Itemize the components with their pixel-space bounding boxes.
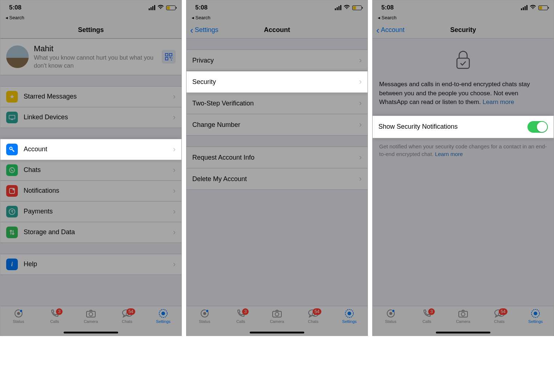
tab-settings[interactable]: Settings	[517, 308, 554, 336]
learn-more-link[interactable]: Learn more	[435, 151, 463, 157]
cellular-icon	[335, 5, 341, 10]
chevron-right-icon: ›	[359, 153, 362, 162]
security-description: Messages and calls in end-to-end encrypt…	[373, 77, 554, 116]
toggle-switch-on[interactable]	[527, 121, 548, 133]
screen-security: 5:08 ◂ Search ‹ Account Security Message…	[372, 0, 554, 336]
calls-badge: 3	[428, 308, 435, 315]
storage-icon	[6, 227, 18, 238]
row-privacy[interactable]: Privacy ›	[186, 49, 368, 71]
chevron-right-icon: ›	[173, 228, 176, 237]
row-change-number[interactable]: Change Number ›	[186, 114, 368, 136]
profile-row[interactable]: Mahit What you know cannot hurt you but …	[0, 39, 181, 75]
tab-status[interactable]: Status	[0, 308, 37, 336]
row-storage[interactable]: Storage and Data ›	[0, 222, 181, 243]
status-time: 5:08	[9, 4, 21, 11]
learn-more-link[interactable]: Learn more	[482, 99, 514, 105]
svg-point-20	[203, 312, 206, 315]
tab-status[interactable]: Status	[186, 308, 223, 336]
row-delete-account[interactable]: Delete My Account ›	[186, 168, 368, 190]
status-bar: 5:08	[0, 0, 181, 15]
status-bar: 5:08	[373, 0, 554, 15]
tab-bar: Status 3Calls Camera 54Chats Settings	[186, 306, 368, 336]
row-notifications[interactable]: Notifications ›	[0, 181, 181, 201]
calls-badge: 3	[56, 308, 63, 315]
home-indicator[interactable]	[250, 332, 304, 333]
svg-rect-28	[457, 58, 469, 68]
tab-settings[interactable]: Settings	[331, 308, 368, 336]
wifi-icon	[530, 4, 536, 11]
tab-settings[interactable]: Settings	[145, 308, 181, 336]
row-show-security-notifications[interactable]: Show Security Notifications	[373, 116, 554, 138]
home-indicator[interactable]	[436, 332, 490, 333]
svg-rect-1	[169, 53, 172, 56]
svg-point-5	[9, 168, 15, 173]
svg-point-18	[161, 312, 165, 315]
whatsapp-icon	[6, 164, 18, 176]
settings-icon	[158, 308, 168, 319]
info-icon: i	[6, 259, 18, 270]
battery-icon	[166, 5, 176, 10]
row-linked-devices[interactable]: Linked Devices ›	[0, 107, 181, 128]
qr-code-button[interactable]	[162, 50, 176, 64]
row-security[interactable]: Security ›	[186, 71, 368, 93]
chevron-right-icon: ›	[359, 120, 362, 129]
content: Messages and calls in end-to-end encrypt…	[373, 39, 554, 306]
tab-status[interactable]: Status	[373, 308, 409, 336]
row-help[interactable]: i Help ›	[0, 254, 181, 275]
page-title: Account	[186, 26, 368, 34]
row-payments[interactable]: ₹ Payments ›	[0, 201, 181, 222]
wifi-icon	[344, 4, 350, 11]
camera-icon	[458, 308, 468, 319]
row-request-info[interactable]: Request Account Info ›	[186, 147, 368, 168]
calls-badge: 3	[242, 308, 249, 315]
wifi-icon	[157, 4, 164, 11]
svg-point-11	[17, 312, 20, 315]
back-to-search[interactable]: ◂ Search	[0, 15, 181, 22]
svg-point-30	[389, 312, 392, 315]
settings-icon	[345, 308, 354, 319]
back-to-search[interactable]: ◂ Search	[186, 15, 368, 22]
status-icons	[521, 4, 548, 11]
chevron-right-icon: ›	[359, 77, 362, 87]
chevron-right-icon: ›	[173, 186, 176, 196]
status-icons	[335, 4, 362, 11]
status-bar: 5:08	[186, 0, 368, 15]
profile-status: What you know cannot hurt you but what y…	[34, 53, 157, 70]
cellular-icon	[521, 5, 527, 10]
screen-account: 5:08 ◂ Search ‹ Settings Account Privacy…	[186, 0, 368, 336]
row-chats[interactable]: Chats ›	[0, 160, 181, 181]
row-account[interactable]: Account ›	[0, 139, 181, 160]
chats-badge: 54	[313, 308, 321, 315]
svg-point-12	[20, 310, 22, 312]
svg-point-21	[206, 310, 208, 312]
svg-point-31	[392, 310, 394, 312]
back-to-search[interactable]: ◂ Search	[373, 15, 554, 22]
chevron-right-icon: ›	[173, 113, 176, 122]
profile-name: Mahit	[34, 44, 157, 53]
chats-badge: 54	[127, 308, 135, 315]
settings-icon	[531, 308, 540, 319]
battery-icon	[352, 5, 362, 10]
camera-icon	[272, 308, 282, 319]
group-account-main: Privacy › Security › Two-Step Verificati…	[186, 49, 368, 136]
row-two-step[interactable]: Two-Step Verification ›	[186, 93, 368, 114]
status-icon	[200, 308, 209, 319]
key-icon	[6, 144, 18, 155]
row-starred-messages[interactable]: ★ Starred Messages ›	[0, 86, 181, 107]
status-icon	[14, 308, 23, 319]
chevron-right-icon: ›	[173, 92, 176, 101]
status-time: 5:08	[381, 4, 394, 11]
svg-point-37	[534, 312, 537, 315]
svg-point-33	[461, 312, 465, 316]
chevron-right-icon: ›	[173, 260, 176, 269]
chevron-right-icon: ›	[173, 145, 176, 154]
svg-point-23	[275, 312, 279, 316]
group-account-etc: Account › Chats › Notifications › ₹	[0, 139, 181, 243]
status-icons	[149, 4, 176, 11]
cellular-icon	[149, 5, 155, 10]
chevron-right-icon: ›	[359, 174, 362, 184]
devices-icon	[6, 112, 18, 123]
home-indicator[interactable]	[64, 332, 118, 333]
chevron-right-icon: ›	[359, 99, 362, 108]
security-header	[373, 39, 554, 77]
